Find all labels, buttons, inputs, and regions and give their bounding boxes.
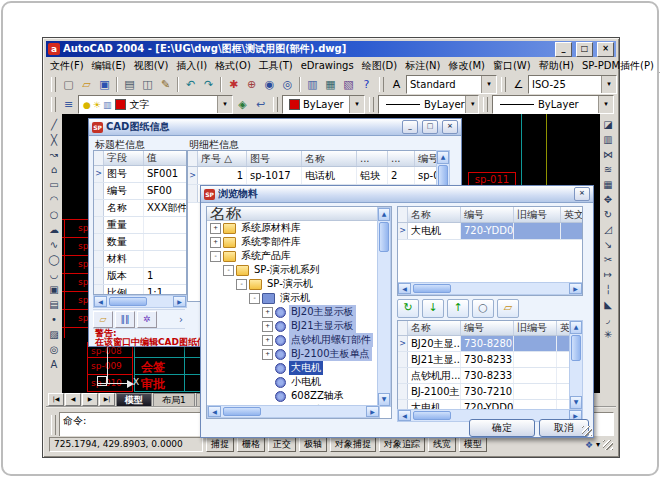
break-icon[interactable]: ╎: [601, 282, 616, 297]
revision-cloud-icon[interactable]: ☁: [47, 222, 62, 237]
tree-item-selected[interactable]: 大电机: [207, 361, 391, 375]
table-row[interactable]: 点钞机用... 730-8233...: [398, 368, 570, 384]
tree-item[interactable]: -系统产品库: [207, 249, 391, 263]
layer-on-icon[interactable]: ●: [83, 100, 91, 110]
stretch-icon[interactable]: ↘: [601, 237, 616, 252]
chevron-down-icon[interactable]: ▾: [481, 76, 496, 93]
point-icon[interactable]: •: [47, 312, 62, 327]
scroll-up-icon[interactable]: ▲: [437, 151, 449, 164]
dialog-resize-grip[interactable]: [582, 426, 592, 436]
scroll-right-icon[interactable]: ▶: [569, 283, 582, 294]
table-row[interactable]: > 大电机 720-YDD0...: [398, 223, 582, 240]
horizontal-scrollbar[interactable]: ◀ ▶: [398, 282, 582, 295]
dialog-close-button[interactable]: ×: [574, 187, 590, 201]
status-tray-arrow-icon[interactable]: ▾: [596, 440, 600, 449]
tree-item[interactable]: +BJ-2100主板单点: [207, 347, 391, 361]
menu-insert[interactable]: 插入(I): [172, 59, 211, 73]
table-row[interactable]: 数量: [94, 234, 186, 251]
zoom-realtime-icon[interactable]: ⊕: [243, 76, 260, 93]
toolbar-grip[interactable]: [483, 97, 488, 112]
menu-modify[interactable]: 修改(M): [444, 59, 488, 73]
fillet-icon[interactable]: ◞: [601, 312, 616, 327]
expand-icon[interactable]: -: [210, 251, 221, 262]
maximize-button[interactable]: □: [576, 42, 593, 57]
scroll-left-icon[interactable]: ◀: [94, 296, 107, 307]
tab-prev-button[interactable]: ◀: [65, 393, 81, 406]
table-row[interactable]: 比例 1:1: [94, 285, 186, 295]
tree-item[interactable]: +BJ21主显示板: [207, 319, 391, 333]
open-icon[interactable]: ▱: [78, 76, 95, 93]
construction-line-icon[interactable]: ╳: [47, 132, 62, 147]
polyline-icon[interactable]: ↝: [47, 147, 62, 162]
hatch-icon[interactable]: ▨: [47, 327, 62, 342]
scroll-right-icon[interactable]: ▶: [173, 296, 186, 307]
table-row[interactable]: BJ-2100主... 730-7210...: [398, 384, 570, 400]
properties-icon[interactable]: ▥: [304, 76, 321, 93]
scrollbar-thumb[interactable]: [223, 407, 261, 416]
dialog-minimize-button[interactable]: _: [402, 120, 418, 134]
scroll-up-icon[interactable]: ▲: [378, 208, 390, 221]
chamfer-icon[interactable]: ◣: [601, 297, 616, 312]
spline-icon[interactable]: ∿: [47, 237, 62, 252]
lineweight-combo[interactable]: ByLayer ▾: [492, 95, 614, 114]
layers-manager-icon[interactable]: ≡: [60, 96, 77, 113]
cad-info-titlebar[interactable]: SP CAD图纸信息 _ □ ×: [89, 119, 461, 136]
save-icon[interactable]: ▣: [96, 76, 113, 93]
chevron-down-icon[interactable]: ▾: [465, 96, 479, 113]
menu-window[interactable]: 窗口(W): [489, 59, 535, 73]
menu-help[interactable]: 帮助(H): [535, 59, 578, 73]
rotate-icon[interactable]: ↻: [601, 207, 616, 222]
tree-item[interactable]: 小电机: [207, 375, 391, 389]
explode-icon[interactable]: ✳: [601, 327, 616, 342]
table-row[interactable]: > BJ20主显... 730-8280...: [398, 336, 570, 352]
dialog-maximize-button[interactable]: □: [422, 120, 438, 134]
scroll-left-icon[interactable]: ◀: [398, 283, 411, 294]
ok-button[interactable]: 确定: [469, 419, 535, 437]
toolbar-grip[interactable]: [369, 97, 374, 112]
close-button[interactable]: ×: [597, 42, 614, 57]
tab-last-button[interactable]: ▶|: [99, 393, 115, 406]
toolbar-grip[interactable]: [273, 97, 278, 112]
resize-grip[interactable]: [603, 440, 613, 450]
ortho-toggle[interactable]: 正交: [268, 437, 296, 452]
tree-item[interactable]: -SP-演示机: [207, 277, 391, 291]
text-style-combo[interactable]: Standard ▾: [406, 75, 497, 94]
dialog-close-button[interactable]: ×: [442, 120, 458, 134]
chevron-down-icon[interactable]: ▾: [217, 96, 232, 113]
grid-toggle[interactable]: 栅格: [237, 437, 265, 452]
scrollbar-thumb[interactable]: [379, 222, 389, 252]
trim-icon[interactable]: ✂: [601, 252, 616, 267]
text-style-icon[interactable]: A: [388, 76, 405, 93]
scrollbar-thumb[interactable]: [413, 411, 451, 420]
expand-icon[interactable]: -: [223, 265, 234, 276]
expand-icon[interactable]: +: [262, 321, 273, 332]
line-icon[interactable]: ╱: [47, 117, 62, 132]
menu-tools[interactable]: 工具(T): [255, 59, 297, 73]
insert-block-icon[interactable]: ▣: [47, 282, 62, 297]
menu-edrawings[interactable]: eDrawings: [297, 60, 358, 71]
tab-next-button[interactable]: ▶: [82, 393, 98, 406]
expand-icon[interactable]: +: [262, 349, 273, 360]
search-icon[interactable]: ○: [472, 299, 494, 318]
tree-item[interactable]: +系统原材料库: [207, 221, 391, 235]
scrollbar-thumb[interactable]: [413, 284, 451, 293]
toolbar-grip[interactable]: [51, 77, 56, 92]
comm-center-icon[interactable]: ❖: [585, 440, 593, 450]
array-icon[interactable]: ▦: [601, 177, 616, 192]
polar-toggle[interactable]: 极轴: [299, 437, 327, 452]
tree-item[interactable]: +点钞机用螺钉部件: [207, 333, 391, 347]
table-row[interactable]: 重量: [94, 217, 186, 234]
col-seq[interactable]: 序号 △: [198, 151, 247, 166]
scroll-down-icon[interactable]: ▼: [570, 396, 582, 409]
plot-icon[interactable]: ▤: [121, 76, 138, 93]
redo-icon[interactable]: ↷: [200, 76, 217, 93]
model-toggle[interactable]: 模型: [459, 437, 487, 452]
barcode-icon[interactable]: ‖‖: [115, 311, 135, 328]
circle-icon[interactable]: ○: [47, 207, 62, 222]
dim-style-combo[interactable]: ISO-25 ▾: [528, 75, 617, 94]
dim-style-icon[interactable]: ∠: [510, 76, 527, 93]
designcenter-icon[interactable]: ▦: [322, 76, 339, 93]
browse-titlebar[interactable]: SP 浏览物料 ×: [201, 186, 593, 203]
extend-icon[interactable]: ↦: [601, 267, 616, 282]
export-icon[interactable]: ▱: [93, 311, 113, 328]
